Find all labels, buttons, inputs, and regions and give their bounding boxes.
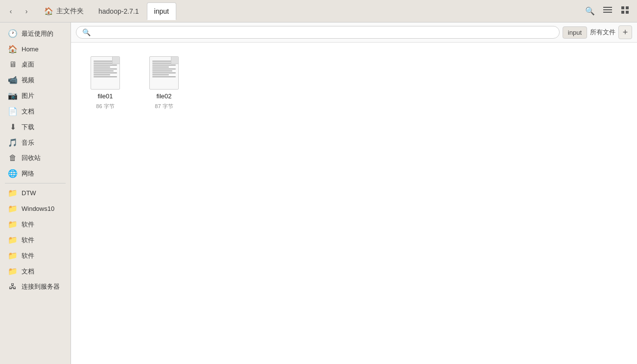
win10-icon: 📁 — [8, 204, 18, 213]
list-view-button[interactable] — [600, 3, 615, 19]
dtw-icon: 📁 — [8, 188, 18, 198]
sidebar-item-download-label: 下载 — [22, 123, 34, 132]
doc-line — [152, 74, 169, 75]
sidebar-item-recent[interactable]: 🕐 最近使用的 — [2, 26, 69, 41]
download-icon: ⬇ — [8, 122, 18, 132]
sidebar-item-soft1[interactable]: 📁 软件 — [2, 217, 69, 232]
sidebar-item-home[interactable]: 🏠 Home — [2, 42, 69, 57]
tab-home[interactable]: 🏠 主文件夹 — [37, 2, 91, 20]
doc-line — [94, 63, 114, 64]
file02-icon — [149, 56, 179, 90]
sidebar-item-docs[interactable]: 📄 文档 — [2, 104, 69, 119]
doc-line — [152, 70, 172, 71]
connect-icon: 🖧 — [8, 282, 18, 291]
search-input-wrapper: 🔍 — [76, 26, 560, 39]
svg-rect-6 — [626, 11, 629, 14]
doc-line — [94, 67, 110, 68]
video-icon: 📹 — [8, 75, 18, 85]
sidebar-item-home-label: Home — [22, 46, 39, 53]
file-item-file01[interactable]: file01 86 字节 — [81, 52, 130, 114]
sidebar-item-music[interactable]: 🎵 音乐 — [2, 135, 69, 150]
grid-view-button[interactable] — [617, 3, 633, 19]
filter-label: 所有文件 — [590, 28, 615, 37]
sidebar-item-docs-label: 文档 — [22, 107, 34, 116]
breadcrumb-tabs: 🏠 主文件夹 hadoop-2.7.1 input — [37, 2, 176, 20]
soft3-icon: 📁 — [8, 251, 18, 260]
picture-icon: 📷 — [8, 91, 18, 100]
file-item-file02[interactable]: file02 87 字节 — [140, 52, 189, 114]
file-grid: file01 86 字节 file02 87 字节 — [71, 43, 637, 364]
back-button[interactable]: ‹ — [4, 4, 18, 18]
search-bar: 🔍 input 所有文件 + — [71, 23, 637, 43]
svg-rect-0 — [603, 7, 612, 8]
search-button[interactable]: 🔍 — [582, 3, 598, 19]
sidebar-item-network-label: 网络 — [22, 169, 34, 178]
sidebar-item-download[interactable]: ⬇ 下载 — [2, 119, 69, 135]
sidebar-item-soft1-label: 软件 — [22, 220, 34, 229]
sidebar-item-recycle[interactable]: 🗑 回收站 — [2, 151, 69, 165]
doc-line — [152, 63, 172, 64]
add-icon: + — [623, 27, 628, 38]
doc-line — [94, 61, 117, 62]
music-icon: 🎵 — [8, 138, 18, 147]
sidebar-item-doc2[interactable]: 📁 文档 — [2, 264, 69, 279]
sidebar: 🕐 最近使用的 🏠 Home 🖥 桌面 📹 视频 📷 图片 📄 文档 ⬇ 下载 — [0, 23, 71, 364]
forward-button[interactable]: › — [20, 4, 33, 18]
sidebar-item-desktop[interactable]: 🖥 桌面 — [2, 57, 69, 72]
file02-size: 87 字节 — [155, 103, 173, 110]
file01-size: 86 字节 — [96, 103, 114, 110]
doc2-icon: 📁 — [8, 267, 18, 276]
doc-line — [152, 72, 176, 73]
sidebar-item-soft2-label: 软件 — [22, 236, 34, 245]
sidebar-item-network[interactable]: 🌐 网络 — [2, 166, 69, 181]
file01-icon — [91, 56, 120, 90]
network-icon: 🌐 — [8, 169, 18, 178]
tab-input-label: input — [154, 7, 169, 15]
sidebar-item-picture[interactable]: 📷 图片 — [2, 88, 69, 103]
doc-line — [94, 76, 117, 77]
sidebar-separator — [5, 183, 66, 183]
list-view-icon — [603, 7, 612, 16]
doc-line — [152, 68, 176, 69]
sidebar-item-video[interactable]: 📹 视频 — [2, 72, 69, 88]
file02-name: file02 — [156, 92, 171, 100]
svg-rect-5 — [621, 11, 624, 14]
sidebar-item-soft3[interactable]: 📁 软件 — [2, 248, 69, 263]
sidebar-item-win10[interactable]: 📁 Windows10 — [2, 201, 69, 216]
search-icon: 🔍 — [585, 6, 595, 16]
tab-input[interactable]: input — [147, 2, 176, 20]
doc-line — [152, 61, 176, 62]
sidebar-item-soft2[interactable]: 📁 软件 — [2, 232, 69, 248]
doc-line — [152, 67, 169, 68]
sidebar-item-connect[interactable]: 🖧 连接到服务器 — [2, 279, 69, 294]
sidebar-item-recycle-label: 回收站 — [22, 154, 41, 162]
soft1-icon: 📁 — [8, 220, 18, 229]
doc-line — [152, 76, 176, 77]
sidebar-item-soft3-label: 软件 — [22, 251, 34, 260]
file01-name: file01 — [97, 92, 113, 100]
add-button[interactable]: + — [618, 25, 632, 39]
svg-rect-3 — [621, 6, 624, 9]
sidebar-item-dtw[interactable]: 📁 DTW — [2, 185, 69, 201]
soft2-icon: 📁 — [8, 235, 18, 245]
path-label: input — [563, 26, 587, 39]
desktop-icon: 🖥 — [8, 60, 18, 69]
recycle-icon: 🗑 — [8, 154, 18, 162]
docs-icon: 📄 — [8, 107, 18, 116]
sidebar-item-dtw-label: DTW — [22, 189, 36, 197]
svg-rect-2 — [603, 12, 612, 13]
file-area: 🔍 input 所有文件 + — [71, 23, 637, 364]
home-icon: 🏠 — [44, 7, 53, 16]
topbar: ‹ › 🏠 主文件夹 hadoop-2.7.1 input 🔍 — [0, 0, 637, 23]
doc-line — [94, 65, 117, 66]
svg-rect-1 — [603, 9, 612, 10]
sidebar-item-video-label: 视频 — [22, 76, 34, 85]
search-input[interactable] — [94, 28, 553, 36]
doc-line — [94, 70, 114, 71]
grid-view-icon — [621, 6, 629, 16]
sidebar-item-music-label: 音乐 — [22, 138, 34, 147]
tab-hadoop[interactable]: hadoop-2.7.1 — [92, 2, 146, 20]
main-area: 🕐 最近使用的 🏠 Home 🖥 桌面 📹 视频 📷 图片 📄 文档 ⬇ 下载 — [0, 23, 637, 364]
topbar-actions: 🔍 — [582, 3, 633, 19]
home-nav-icon: 🏠 — [8, 45, 18, 54]
